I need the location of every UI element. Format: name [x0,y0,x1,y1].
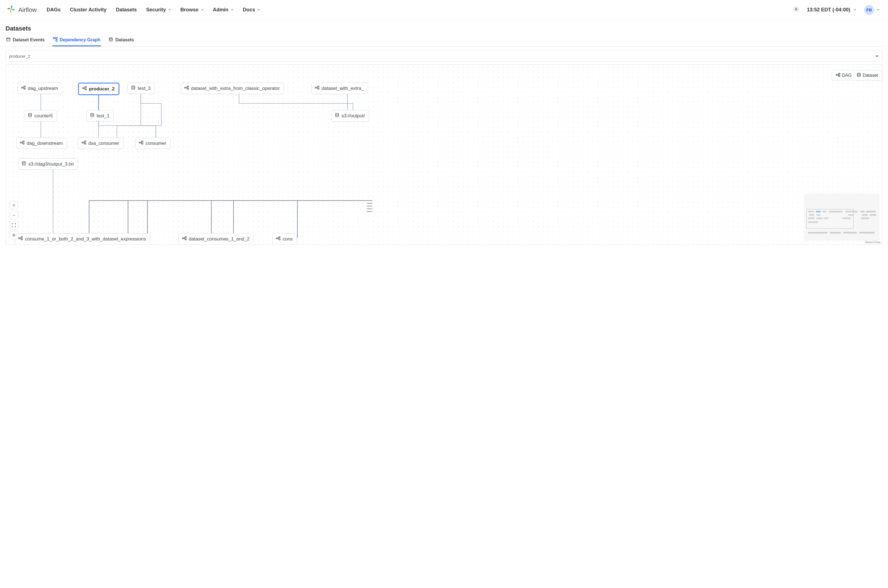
node-consumes_cut[interactable]: cons [272,233,297,244]
node-producer_2[interactable]: producer_2 [78,82,119,95]
svg-rect-22 [318,88,319,89]
svg-rect-12 [24,88,25,89]
nav-item-datasets[interactable]: Datasets [116,7,137,13]
db-icon [131,86,135,91]
chevron-down-icon [257,9,260,10]
user-avatar: FB [864,5,874,15]
nav-item-browse[interactable]: Browse [181,7,203,13]
svg-rect-15 [85,89,86,90]
dag-icon [21,86,26,91]
dag-icon [184,86,189,91]
legend-dag: DAG [836,73,852,78]
nav-item-docs[interactable]: Docs [243,7,260,13]
dag-icon [139,140,143,146]
svg-rect-38 [21,239,23,240]
svg-rect-1 [7,38,10,41]
zoom-out-button[interactable]: − [10,211,18,219]
node-s3_output[interactable]: s3://output/ [331,110,369,122]
node-dsa_consumer[interactable]: dsa_consumer [78,138,123,149]
nav-item-label: Cluster Activity [70,7,106,13]
fit-view-button[interactable] [10,221,18,230]
svg-rect-42 [276,238,277,239]
svg-rect-28 [23,143,24,144]
tab-dataset-events[interactable]: Dataset Events [6,35,45,46]
nav-items: DAGsCluster ActivityDatasetsSecurityBrow… [47,7,260,13]
db-icon [90,113,95,119]
legend-dataset-label: Dataset [863,73,878,78]
node-label: test_3 [138,86,151,91]
svg-point-0 [795,8,797,10]
chevron-down-icon [168,9,171,10]
node-dag_upstream[interactable]: dag_upstream [18,82,62,94]
timezone-label: 13:52 EDT (-04:00) [807,7,850,13]
svg-point-45 [14,235,14,236]
node-counter5[interactable]: counter5 [24,110,57,122]
dag-icon [276,236,280,242]
svg-rect-8 [839,75,840,76]
tab-datasets[interactable]: Datasets [108,35,134,46]
svg-rect-34 [142,143,143,144]
chevron-down-icon [877,9,880,10]
node-label: s3://dag3/output_3.txt [28,161,74,167]
svg-rect-4 [56,40,57,41]
nav-item-label: Datasets [116,7,137,13]
nav-item-security[interactable]: Security [146,7,171,13]
legend-dataset: Dataset [856,73,878,78]
node-label: test_1 [96,113,109,119]
tab-label: Dependency Graph [60,38,101,42]
node-dag_downstream[interactable]: dag_downstream [17,138,67,149]
node-consumes_12[interactable]: dataset_consumes_1_and_2 [179,233,253,244]
svg-rect-17 [185,87,186,88]
node-label: dataset_with_extra_ [322,86,364,91]
nav-item-admin[interactable]: Admin [213,7,233,13]
svg-point-25 [336,114,339,114]
nav-item-dags[interactable]: DAGs [47,7,60,13]
node-consume_expr[interactable]: consume_1_or_both_2_and_3_with_dataset_e… [15,233,150,244]
zoom-controls: + − [10,201,18,239]
gear-icon[interactable] [793,6,799,14]
dag-icon [182,236,187,242]
brand-name: Airflow [18,6,37,14]
graph-canvas[interactable]: DAG Dataset dag_upstream producer_2 test… [6,64,882,244]
dag-icon [82,86,87,92]
svg-rect-13 [83,88,84,89]
svg-point-16 [132,86,135,87]
tab-label: Dataset Events [13,38,45,42]
tab-dependency-graph[interactable]: Dependency Graph [53,35,101,46]
navbar: Airflow DAGsCluster ActivityDatasetsSecu… [0,0,888,20]
dag-icon [82,140,86,146]
svg-rect-11 [24,86,25,87]
nav-item-cluster-activity[interactable]: Cluster Activity [70,7,106,13]
zoom-in-button[interactable]: + [10,201,18,209]
center-button[interactable] [10,231,18,239]
svg-rect-14 [85,87,86,88]
node-test_3[interactable]: test_3 [128,82,155,94]
svg-rect-44 [279,239,280,240]
airflow-pinwheel-icon [7,5,15,15]
minimap[interactable] [804,194,879,240]
nav-item-label: Browse [181,7,199,13]
nav-right: 13:52 EDT (-04:00) FB [793,5,880,15]
db-icon [108,37,113,43]
dag-icon [315,86,319,91]
reactflow-attribution: React Flow [865,240,880,244]
dag-icon [20,140,24,146]
user-menu[interactable]: FB [864,5,880,15]
selector-wrap: producer_2 [5,46,883,64]
node-label: consume_1_or_both_2_and_3_with_dataset_e… [25,236,146,242]
node-dataset_classic[interactable]: dataset_with_extra_from_classic_operator [181,82,284,94]
svg-point-9 [857,73,860,74]
node-label: counter5 [35,113,53,119]
node-dataset_extra[interactable]: dataset_with_extra_ [311,82,368,94]
svg-rect-2 [53,38,55,39]
brand[interactable]: Airflow [7,5,37,15]
svg-rect-39 [182,238,184,239]
timezone-selector[interactable]: 13:52 EDT (-04:00) [807,7,856,13]
node-test_1[interactable]: test_1 [86,110,114,122]
chevron-down-icon [853,9,856,10]
svg-point-23 [29,114,32,114]
svg-rect-27 [23,141,24,142]
dag-selector[interactable]: producer_2 [6,51,882,62]
node-consumer[interactable]: consumer [135,138,170,149]
node-s3_dag3[interactable]: s3://dag3/output_3.txt [18,158,78,170]
